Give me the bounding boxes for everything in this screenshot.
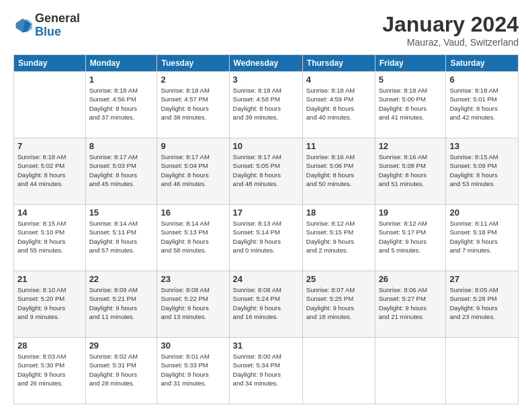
calendar-table: Sunday Monday Tuesday Wednesday Thursday… bbox=[13, 54, 519, 404]
day-info: Sunrise: 8:16 AMSunset: 5:06 PMDaylight:… bbox=[306, 152, 371, 188]
col-sunday: Sunday bbox=[14, 55, 86, 72]
col-thursday: Thursday bbox=[302, 55, 375, 72]
day-info: Sunrise: 8:02 AMSunset: 5:31 PMDaylight:… bbox=[89, 352, 154, 387]
page: General Blue January 2024 Mauraz, Vaud, … bbox=[0, 0, 532, 411]
day-info: Sunrise: 8:05 AMSunset: 5:28 PMDaylight:… bbox=[449, 285, 515, 321]
table-row: 20Sunrise: 8:11 AMSunset: 5:18 PMDayligh… bbox=[446, 205, 519, 271]
day-number: 10 bbox=[233, 141, 299, 151]
day-number: 18 bbox=[306, 208, 371, 218]
table-row: 21Sunrise: 8:10 AMSunset: 5:20 PMDayligh… bbox=[14, 271, 86, 338]
day-number: 31 bbox=[233, 340, 299, 351]
day-info: Sunrise: 8:12 AMSunset: 5:15 PMDaylight:… bbox=[306, 219, 371, 255]
table-row bbox=[375, 338, 446, 404]
day-number: 21 bbox=[17, 274, 82, 284]
day-number: 15 bbox=[89, 208, 154, 218]
calendar-week-row: 7Sunrise: 8:18 AMSunset: 5:02 PMDaylight… bbox=[14, 138, 519, 205]
table-row: 19Sunrise: 8:12 AMSunset: 5:17 PMDayligh… bbox=[375, 205, 446, 271]
col-monday: Monday bbox=[85, 55, 157, 72]
day-number: 27 bbox=[449, 274, 515, 284]
table-row: 17Sunrise: 8:13 AMSunset: 5:14 PMDayligh… bbox=[229, 205, 302, 271]
day-info: Sunrise: 8:00 AMSunset: 5:34 PMDaylight:… bbox=[233, 352, 299, 387]
calendar-week-row: 14Sunrise: 8:15 AMSunset: 5:10 PMDayligh… bbox=[14, 205, 519, 271]
day-info: Sunrise: 8:16 AMSunset: 5:08 PMDaylight:… bbox=[379, 152, 443, 188]
day-info: Sunrise: 8:10 AMSunset: 5:20 PMDaylight:… bbox=[17, 285, 82, 321]
day-number: 17 bbox=[233, 208, 299, 218]
logo-icon bbox=[13, 16, 32, 35]
calendar-week-row: 21Sunrise: 8:10 AMSunset: 5:20 PMDayligh… bbox=[14, 271, 519, 338]
col-friday: Friday bbox=[375, 55, 446, 72]
logo-general: General bbox=[35, 11, 80, 25]
table-row: 30Sunrise: 8:01 AMSunset: 5:33 PMDayligh… bbox=[157, 338, 229, 404]
day-info: Sunrise: 8:18 AMSunset: 5:00 PMDaylight:… bbox=[379, 86, 443, 122]
day-info: Sunrise: 8:03 AMSunset: 5:30 PMDaylight:… bbox=[17, 352, 82, 387]
day-number: 23 bbox=[161, 274, 225, 284]
table-row: 29Sunrise: 8:02 AMSunset: 5:31 PMDayligh… bbox=[85, 338, 157, 404]
day-number: 25 bbox=[306, 274, 371, 284]
day-info: Sunrise: 8:07 AMSunset: 5:25 PMDaylight:… bbox=[306, 285, 371, 321]
table-row bbox=[14, 72, 86, 138]
day-number: 2 bbox=[161, 75, 225, 85]
day-info: Sunrise: 8:15 AMSunset: 5:10 PMDaylight:… bbox=[17, 219, 82, 255]
table-row: 16Sunrise: 8:14 AMSunset: 5:13 PMDayligh… bbox=[157, 205, 229, 271]
day-number: 8 bbox=[89, 141, 154, 151]
day-number: 13 bbox=[449, 141, 515, 151]
day-number: 4 bbox=[306, 75, 371, 85]
table-row: 13Sunrise: 8:15 AMSunset: 5:09 PMDayligh… bbox=[446, 138, 519, 205]
table-row: 31Sunrise: 8:00 AMSunset: 5:34 PMDayligh… bbox=[229, 338, 302, 404]
table-row: 9Sunrise: 8:17 AMSunset: 5:04 PMDaylight… bbox=[157, 138, 229, 205]
day-number: 6 bbox=[449, 75, 515, 85]
day-info: Sunrise: 8:18 AMSunset: 4:59 PMDaylight:… bbox=[306, 86, 371, 122]
table-row: 7Sunrise: 8:18 AMSunset: 5:02 PMDaylight… bbox=[14, 138, 86, 205]
table-row: 27Sunrise: 8:05 AMSunset: 5:28 PMDayligh… bbox=[446, 271, 519, 338]
day-number: 24 bbox=[233, 274, 299, 284]
day-info: Sunrise: 8:18 AMSunset: 4:56 PMDaylight:… bbox=[89, 86, 154, 122]
table-row: 1Sunrise: 8:18 AMSunset: 4:56 PMDaylight… bbox=[85, 72, 157, 138]
day-info: Sunrise: 8:14 AMSunset: 5:11 PMDaylight:… bbox=[89, 219, 154, 255]
day-info: Sunrise: 8:11 AMSunset: 5:18 PMDaylight:… bbox=[449, 219, 515, 255]
calendar-header-row: Sunday Monday Tuesday Wednesday Thursday… bbox=[14, 55, 519, 72]
day-info: Sunrise: 8:17 AMSunset: 5:03 PMDaylight:… bbox=[89, 152, 154, 188]
day-number: 1 bbox=[89, 75, 154, 85]
header: General Blue January 2024 Mauraz, Vaud, … bbox=[13, 12, 519, 48]
day-number: 3 bbox=[233, 75, 299, 85]
table-row: 12Sunrise: 8:16 AMSunset: 5:08 PMDayligh… bbox=[375, 138, 446, 205]
day-number: 16 bbox=[161, 208, 225, 218]
day-info: Sunrise: 8:17 AMSunset: 5:04 PMDaylight:… bbox=[161, 152, 225, 188]
day-info: Sunrise: 8:15 AMSunset: 5:09 PMDaylight:… bbox=[449, 152, 515, 188]
day-info: Sunrise: 8:01 AMSunset: 5:33 PMDaylight:… bbox=[161, 352, 225, 387]
day-number: 5 bbox=[379, 75, 443, 85]
table-row: 3Sunrise: 8:18 AMSunset: 4:58 PMDaylight… bbox=[229, 72, 302, 138]
logo-text: General Blue bbox=[35, 12, 80, 39]
table-row bbox=[446, 338, 519, 404]
table-row: 11Sunrise: 8:16 AMSunset: 5:06 PMDayligh… bbox=[302, 138, 375, 205]
logo: General Blue bbox=[13, 12, 80, 39]
location: Mauraz, Vaud, Switzerland bbox=[382, 37, 519, 48]
day-info: Sunrise: 8:09 AMSunset: 5:21 PMDaylight:… bbox=[89, 285, 154, 321]
day-number: 12 bbox=[379, 141, 443, 151]
day-number: 20 bbox=[449, 208, 515, 218]
day-number: 19 bbox=[379, 208, 443, 218]
day-number: 9 bbox=[161, 141, 225, 151]
day-info: Sunrise: 8:18 AMSunset: 5:01 PMDaylight:… bbox=[449, 86, 515, 122]
table-row bbox=[302, 338, 375, 404]
logo-blue: Blue bbox=[35, 25, 61, 38]
table-row: 14Sunrise: 8:15 AMSunset: 5:10 PMDayligh… bbox=[14, 205, 86, 271]
day-info: Sunrise: 8:06 AMSunset: 5:27 PMDaylight:… bbox=[379, 285, 443, 321]
col-wednesday: Wednesday bbox=[229, 55, 302, 72]
day-info: Sunrise: 8:14 AMSunset: 5:13 PMDaylight:… bbox=[161, 219, 225, 255]
table-row: 25Sunrise: 8:07 AMSunset: 5:25 PMDayligh… bbox=[302, 271, 375, 338]
title-area: January 2024 Mauraz, Vaud, Switzerland bbox=[382, 12, 519, 48]
table-row: 5Sunrise: 8:18 AMSunset: 5:00 PMDaylight… bbox=[375, 72, 446, 138]
day-info: Sunrise: 8:08 AMSunset: 5:22 PMDaylight:… bbox=[161, 285, 225, 321]
day-number: 7 bbox=[17, 141, 82, 151]
day-info: Sunrise: 8:12 AMSunset: 5:17 PMDaylight:… bbox=[379, 219, 443, 255]
table-row: 10Sunrise: 8:17 AMSunset: 5:05 PMDayligh… bbox=[229, 138, 302, 205]
day-info: Sunrise: 8:17 AMSunset: 5:05 PMDaylight:… bbox=[233, 152, 299, 188]
day-number: 26 bbox=[379, 274, 443, 284]
day-number: 30 bbox=[161, 340, 225, 351]
table-row: 28Sunrise: 8:03 AMSunset: 5:30 PMDayligh… bbox=[14, 338, 86, 404]
table-row: 6Sunrise: 8:18 AMSunset: 5:01 PMDaylight… bbox=[446, 72, 519, 138]
table-row: 2Sunrise: 8:18 AMSunset: 4:57 PMDaylight… bbox=[157, 72, 229, 138]
day-number: 29 bbox=[89, 340, 154, 351]
day-number: 28 bbox=[17, 340, 82, 351]
